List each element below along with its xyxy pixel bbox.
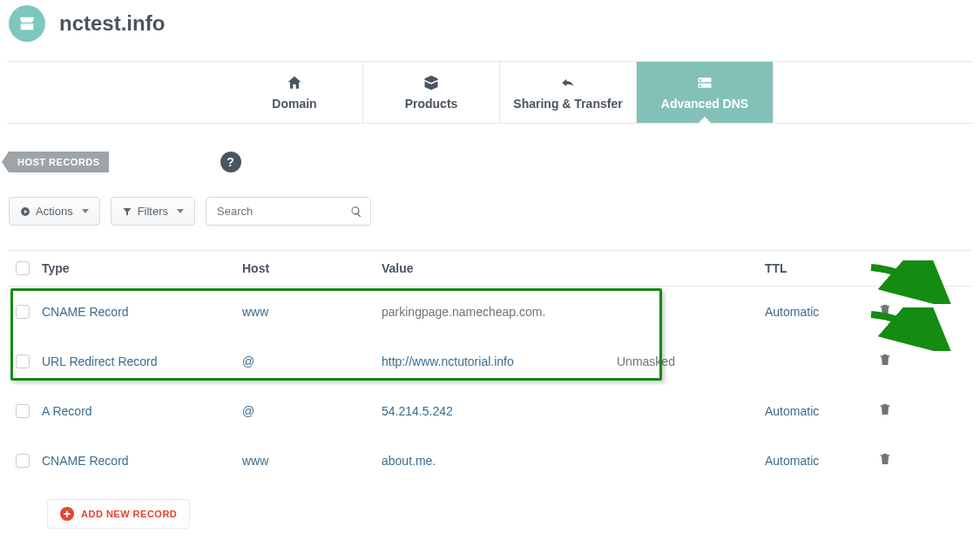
tab-sharing-label: Sharing & Transfer [513, 97, 622, 111]
row-checkbox[interactable] [16, 404, 30, 418]
row-checkbox[interactable] [16, 305, 30, 319]
cell-host[interactable]: www [242, 454, 382, 468]
tab-domain-label: Domain [272, 97, 316, 111]
cell-ttl[interactable]: Automatic [765, 305, 878, 319]
table-row: A Record @ 54.214.5.242 Automatic [9, 386, 971, 435]
cell-ttl[interactable]: Automatic [765, 454, 878, 468]
tab-products[interactable]: Products [363, 62, 500, 123]
cell-value[interactable]: http://www.nctutorial.info [382, 354, 617, 368]
server-icon [695, 74, 714, 91]
cell-value[interactable]: about.me. [382, 454, 617, 468]
cell-host[interactable]: @ [242, 354, 382, 368]
select-all-checkbox[interactable] [16, 261, 30, 275]
tab-domain[interactable]: Domain [226, 62, 363, 123]
trash-icon[interactable] [878, 302, 892, 318]
col-ttl: TTL [765, 261, 878, 275]
table-header-row: Type Host Value TTL [9, 250, 971, 287]
col-host: Host [242, 261, 382, 275]
col-value: Value [382, 261, 617, 275]
cell-host[interactable]: @ [242, 404, 382, 418]
trash-icon[interactable] [878, 451, 892, 467]
tab-products-label: Products [405, 97, 458, 111]
cell-extra: Unmasked [617, 354, 765, 368]
actions-button[interactable]: Actions [9, 197, 100, 226]
store-icon [9, 5, 45, 42]
table-row: URL Redirect Record @ http://www.nctutor… [9, 336, 971, 386]
house-icon [285, 74, 304, 91]
table-row: CNAME Record www about.me. Automatic [9, 435, 971, 485]
domain-title: nctest.info [59, 11, 165, 36]
tab-advanced-dns-label: Advanced DNS [661, 97, 748, 111]
row-checkbox[interactable] [16, 454, 30, 468]
caret-down-icon [177, 209, 184, 213]
cell-type[interactable]: CNAME Record [42, 454, 242, 468]
col-type: Type [42, 261, 242, 275]
add-new-record-button[interactable]: + ADD NEW RECORD [47, 499, 190, 529]
table-row: CNAME Record www parkingpage.namecheap.c… [9, 287, 971, 336]
trash-icon[interactable] [878, 352, 892, 368]
trash-icon[interactable] [878, 402, 892, 417]
section-header: HOST RECORDS ? [9, 152, 971, 172]
tab-advanced-dns[interactable]: Advanced DNS [637, 62, 774, 123]
help-icon[interactable]: ? [220, 152, 241, 172]
cell-value[interactable]: 54.214.5.242 [382, 404, 617, 418]
actions-label: Actions [36, 205, 73, 218]
search-input[interactable] [206, 197, 371, 226]
plus-icon: + [60, 507, 74, 521]
box-icon [422, 74, 441, 91]
cell-ttl[interactable]: Automatic [765, 404, 878, 418]
host-records-table: Type Host Value TTL CNAME Record www par… [9, 250, 971, 529]
cell-type[interactable]: CNAME Record [42, 305, 242, 319]
tab-sharing[interactable]: Sharing & Transfer [500, 62, 637, 123]
cell-host[interactable]: www [242, 305, 382, 319]
search-icon [350, 206, 362, 218]
cell-value: parkingpage.namecheap.com. [382, 305, 617, 319]
tab-bar: Domain Products Sharing & Transfer Advan… [7, 61, 973, 124]
caret-down-icon [82, 209, 89, 213]
play-circle-icon [20, 206, 30, 217]
page-header: nctest.info [0, 0, 980, 52]
filter-icon [122, 206, 132, 217]
row-checkbox[interactable] [16, 354, 30, 368]
filters-button[interactable]: Filters [111, 197, 195, 226]
search-wrap [206, 197, 371, 226]
share-icon [558, 74, 578, 91]
cell-type[interactable]: A Record [42, 404, 242, 418]
section-chip: HOST RECORDS [9, 152, 109, 172]
filters-label: Filters [138, 205, 168, 218]
add-record-label: ADD NEW RECORD [81, 509, 177, 519]
cell-type[interactable]: URL Redirect Record [42, 354, 242, 368]
toolbar: Actions Filters [9, 197, 971, 226]
